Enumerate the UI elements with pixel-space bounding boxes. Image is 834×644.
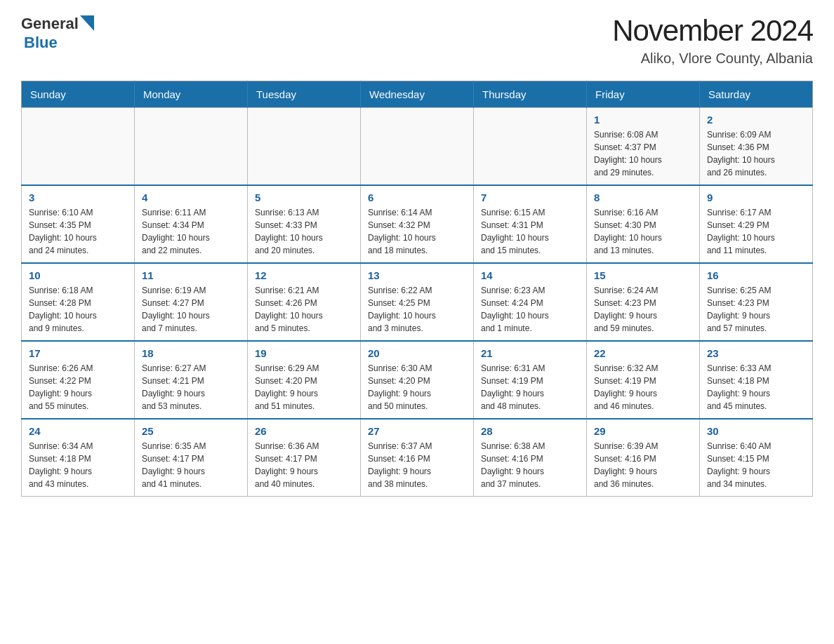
day-number: 5 xyxy=(255,192,353,203)
day-number: 21 xyxy=(481,347,579,359)
calendar-cell: 24Sunrise: 6:34 AMSunset: 4:18 PMDayligh… xyxy=(22,419,135,497)
day-number: 1 xyxy=(594,114,692,126)
day-info: Sunrise: 6:25 AMSunset: 4:23 PMDaylight:… xyxy=(707,284,805,335)
calendar-cell: 27Sunrise: 6:37 AMSunset: 4:16 PMDayligh… xyxy=(361,419,474,497)
calendar-cell: 6Sunrise: 6:14 AMSunset: 4:32 PMDaylight… xyxy=(361,185,474,263)
logo-blue-text: Blue xyxy=(21,34,58,51)
day-info: Sunrise: 6:10 AMSunset: 4:35 PMDaylight:… xyxy=(29,206,127,257)
calendar-cell: 3Sunrise: 6:10 AMSunset: 4:35 PMDaylight… xyxy=(22,185,135,263)
day-number: 2 xyxy=(707,114,805,126)
calendar-cell: 21Sunrise: 6:31 AMSunset: 4:19 PMDayligh… xyxy=(474,341,587,419)
day-number: 23 xyxy=(707,347,805,359)
day-number: 29 xyxy=(594,425,692,437)
weekday-header-friday: Friday xyxy=(587,81,700,108)
calendar-cell xyxy=(135,108,248,186)
day-number: 13 xyxy=(368,269,466,281)
logo-general-text: General xyxy=(21,15,79,33)
calendar-cell: 26Sunrise: 6:36 AMSunset: 4:17 PMDayligh… xyxy=(248,419,361,497)
calendar-cell: 13Sunrise: 6:22 AMSunset: 4:25 PMDayligh… xyxy=(361,263,474,341)
calendar-cell: 4Sunrise: 6:11 AMSunset: 4:34 PMDaylight… xyxy=(135,185,248,263)
svg-marker-0 xyxy=(80,15,94,31)
calendar-cell: 23Sunrise: 6:33 AMSunset: 4:18 PMDayligh… xyxy=(700,341,813,419)
calendar-cell: 30Sunrise: 6:40 AMSunset: 4:15 PMDayligh… xyxy=(700,419,813,497)
calendar-cell xyxy=(474,108,587,186)
day-number: 9 xyxy=(707,192,805,203)
day-info: Sunrise: 6:18 AMSunset: 4:28 PMDaylight:… xyxy=(29,284,127,335)
day-info: Sunrise: 6:37 AMSunset: 4:16 PMDaylight:… xyxy=(368,440,466,490)
day-info: Sunrise: 6:27 AMSunset: 4:21 PMDaylight:… xyxy=(142,362,240,412)
calendar-table: SundayMondayTuesdayWednesdayThursdayFrid… xyxy=(21,81,813,497)
calendar-week-row: 24Sunrise: 6:34 AMSunset: 4:18 PMDayligh… xyxy=(22,419,813,497)
calendar-cell: 9Sunrise: 6:17 AMSunset: 4:29 PMDaylight… xyxy=(700,185,813,263)
day-info: Sunrise: 6:26 AMSunset: 4:22 PMDaylight:… xyxy=(29,362,127,412)
calendar-cell: 7Sunrise: 6:15 AMSunset: 4:31 PMDaylight… xyxy=(474,185,587,263)
weekday-header-sunday: Sunday xyxy=(22,81,135,108)
day-info: Sunrise: 6:17 AMSunset: 4:29 PMDaylight:… xyxy=(707,206,805,257)
day-info: Sunrise: 6:21 AMSunset: 4:26 PMDaylight:… xyxy=(255,284,353,335)
day-info: Sunrise: 6:15 AMSunset: 4:31 PMDaylight:… xyxy=(481,206,579,257)
day-number: 4 xyxy=(142,192,240,203)
calendar-cell: 18Sunrise: 6:27 AMSunset: 4:21 PMDayligh… xyxy=(135,341,248,419)
day-info: Sunrise: 6:08 AMSunset: 4:37 PMDaylight:… xyxy=(594,128,692,179)
page-header: General Blue November 2024 Aliko, Vlore … xyxy=(21,14,813,67)
weekday-header-saturday: Saturday xyxy=(700,81,813,108)
day-info: Sunrise: 6:36 AMSunset: 4:17 PMDaylight:… xyxy=(255,440,353,490)
day-number: 14 xyxy=(481,269,579,281)
day-info: Sunrise: 6:29 AMSunset: 4:20 PMDaylight:… xyxy=(255,362,353,412)
calendar-cell: 22Sunrise: 6:32 AMSunset: 4:19 PMDayligh… xyxy=(587,341,700,419)
day-info: Sunrise: 6:22 AMSunset: 4:25 PMDaylight:… xyxy=(368,284,466,335)
day-number: 28 xyxy=(481,425,579,437)
day-number: 10 xyxy=(29,269,127,281)
day-info: Sunrise: 6:33 AMSunset: 4:18 PMDaylight:… xyxy=(707,362,805,412)
day-info: Sunrise: 6:09 AMSunset: 4:36 PMDaylight:… xyxy=(707,128,805,179)
weekday-header-monday: Monday xyxy=(135,81,248,108)
day-number: 3 xyxy=(29,192,127,203)
day-number: 30 xyxy=(707,425,805,437)
calendar-cell: 12Sunrise: 6:21 AMSunset: 4:26 PMDayligh… xyxy=(248,263,361,341)
calendar-cell: 25Sunrise: 6:35 AMSunset: 4:17 PMDayligh… xyxy=(135,419,248,497)
calendar-cell xyxy=(22,108,135,186)
day-info: Sunrise: 6:31 AMSunset: 4:19 PMDaylight:… xyxy=(481,362,579,412)
day-number: 11 xyxy=(142,269,240,281)
calendar-cell: 29Sunrise: 6:39 AMSunset: 4:16 PMDayligh… xyxy=(587,419,700,497)
calendar-cell xyxy=(361,108,474,186)
day-info: Sunrise: 6:16 AMSunset: 4:30 PMDaylight:… xyxy=(594,206,692,257)
calendar-cell: 15Sunrise: 6:24 AMSunset: 4:23 PMDayligh… xyxy=(587,263,700,341)
calendar-cell: 17Sunrise: 6:26 AMSunset: 4:22 PMDayligh… xyxy=(22,341,135,419)
location-title: Aliko, Vlore County, Albania xyxy=(612,51,813,67)
title-section: November 2024 Aliko, Vlore County, Alban… xyxy=(612,14,813,67)
day-number: 17 xyxy=(29,347,127,359)
calendar-cell: 20Sunrise: 6:30 AMSunset: 4:20 PMDayligh… xyxy=(361,341,474,419)
calendar-cell: 10Sunrise: 6:18 AMSunset: 4:28 PMDayligh… xyxy=(22,263,135,341)
logo: General Blue xyxy=(21,14,94,52)
day-info: Sunrise: 6:13 AMSunset: 4:33 PMDaylight:… xyxy=(255,206,353,257)
calendar-cell: 5Sunrise: 6:13 AMSunset: 4:33 PMDaylight… xyxy=(248,185,361,263)
day-number: 7 xyxy=(481,192,579,203)
day-info: Sunrise: 6:32 AMSunset: 4:19 PMDaylight:… xyxy=(594,362,692,412)
weekday-header-wednesday: Wednesday xyxy=(361,81,474,108)
calendar-cell xyxy=(248,108,361,186)
day-number: 20 xyxy=(368,347,466,359)
day-info: Sunrise: 6:40 AMSunset: 4:15 PMDaylight:… xyxy=(707,440,805,490)
day-info: Sunrise: 6:30 AMSunset: 4:20 PMDaylight:… xyxy=(368,362,466,412)
day-number: 18 xyxy=(142,347,240,359)
calendar-cell: 1Sunrise: 6:08 AMSunset: 4:37 PMDaylight… xyxy=(587,108,700,186)
day-number: 25 xyxy=(142,425,240,437)
calendar-week-row: 1Sunrise: 6:08 AMSunset: 4:37 PMDaylight… xyxy=(22,108,813,186)
day-info: Sunrise: 6:19 AMSunset: 4:27 PMDaylight:… xyxy=(142,284,240,335)
day-number: 16 xyxy=(707,269,805,281)
calendar-week-row: 17Sunrise: 6:26 AMSunset: 4:22 PMDayligh… xyxy=(22,341,813,419)
day-number: 15 xyxy=(594,269,692,281)
day-number: 22 xyxy=(594,347,692,359)
day-info: Sunrise: 6:23 AMSunset: 4:24 PMDaylight:… xyxy=(481,284,579,335)
day-number: 8 xyxy=(594,192,692,203)
day-info: Sunrise: 6:11 AMSunset: 4:34 PMDaylight:… xyxy=(142,206,240,257)
day-info: Sunrise: 6:14 AMSunset: 4:32 PMDaylight:… xyxy=(368,206,466,257)
weekday-header-thursday: Thursday xyxy=(474,81,587,108)
calendar-cell: 8Sunrise: 6:16 AMSunset: 4:30 PMDaylight… xyxy=(587,185,700,263)
calendar-cell: 28Sunrise: 6:38 AMSunset: 4:16 PMDayligh… xyxy=(474,419,587,497)
day-info: Sunrise: 6:39 AMSunset: 4:16 PMDaylight:… xyxy=(594,440,692,490)
month-title: November 2024 xyxy=(612,14,813,48)
calendar-cell: 14Sunrise: 6:23 AMSunset: 4:24 PMDayligh… xyxy=(474,263,587,341)
calendar-cell: 2Sunrise: 6:09 AMSunset: 4:36 PMDaylight… xyxy=(700,108,813,186)
